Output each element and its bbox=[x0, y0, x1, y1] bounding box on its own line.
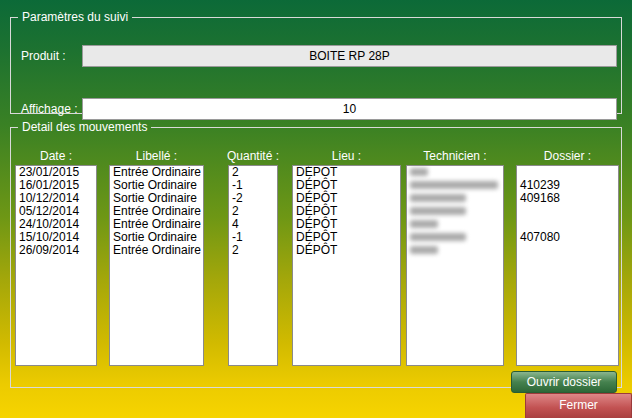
listbox-technicien[interactable] bbox=[406, 165, 504, 366]
list-item[interactable] bbox=[407, 192, 503, 205]
tracking-dialog: Paramètres du suivi Produit : BOITE RP 2… bbox=[0, 0, 632, 418]
redacted-text bbox=[410, 168, 428, 176]
list-item[interactable] bbox=[407, 231, 503, 244]
listbox-dossier[interactable]: 410239409168407080 bbox=[516, 165, 619, 366]
redacted-text bbox=[410, 233, 466, 241]
list-item[interactable]: 2 bbox=[229, 244, 277, 257]
listbox-quantite[interactable]: 2-1-224-12 bbox=[228, 165, 278, 366]
produit-field[interactable]: BOITE RP 28P bbox=[82, 45, 617, 67]
redacted-text bbox=[410, 220, 438, 228]
affichage-input[interactable]: 10 bbox=[82, 98, 617, 120]
column-header-quantite: Quantité : bbox=[218, 149, 288, 163]
list-item[interactable]: 409168 bbox=[517, 192, 618, 205]
listbox-date[interactable]: 23/01/201516/01/201510/12/201405/12/2014… bbox=[15, 165, 97, 366]
list-item[interactable] bbox=[517, 205, 618, 218]
list-item[interactable]: 26/09/2014 bbox=[16, 244, 96, 257]
listbox-lieu[interactable]: DÉPÔTDÉPÔTDÉPÔTDÉPÔTDÉPÔTDÉPÔTDÉPÔT bbox=[292, 165, 401, 366]
ouvrir-dossier-button[interactable]: Ouvrir dossier bbox=[511, 371, 617, 393]
list-item[interactable] bbox=[407, 244, 503, 257]
column-header-libelle: Libellé : bbox=[109, 149, 204, 163]
column-header-date: Date : bbox=[15, 149, 97, 163]
redacted-text bbox=[410, 194, 466, 202]
redacted-text bbox=[410, 207, 466, 215]
list-item[interactable]: Entrée Ordinaire bbox=[110, 244, 203, 257]
window: { "params_group": { "title": "Paramètres… bbox=[0, 0, 632, 418]
affichage-label: Affichage : bbox=[21, 102, 77, 116]
fermer-button[interactable]: Fermer bbox=[525, 393, 632, 418]
list-item[interactable] bbox=[407, 205, 503, 218]
groupbox-parametres: Paramètres du suivi Produit : BOITE RP 2… bbox=[10, 10, 622, 114]
redacted-text bbox=[410, 181, 498, 189]
groupbox-parametres-title: Paramètres du suivi bbox=[18, 10, 132, 24]
redacted-text bbox=[410, 246, 438, 254]
column-header-dossier: Dossier : bbox=[516, 149, 619, 163]
column-header-lieu: Lieu : bbox=[292, 149, 401, 163]
column-header-technicien: Technicien : bbox=[406, 149, 504, 163]
listbox-libelle[interactable]: Entrée OrdinaireSortie OrdinaireSortie O… bbox=[109, 165, 204, 366]
list-item[interactable] bbox=[517, 244, 618, 257]
list-item[interactable] bbox=[407, 218, 503, 231]
list-item[interactable]: DÉPÔT bbox=[293, 244, 400, 257]
list-item[interactable]: 407080 bbox=[517, 231, 618, 244]
list-item[interactable] bbox=[407, 166, 503, 179]
list-item[interactable] bbox=[407, 179, 503, 192]
produit-label: Produit : bbox=[21, 49, 66, 63]
groupbox-detail: Detail des mouvements Date : Libellé : Q… bbox=[10, 120, 622, 388]
groupbox-detail-title: Detail des mouvements bbox=[18, 120, 151, 134]
